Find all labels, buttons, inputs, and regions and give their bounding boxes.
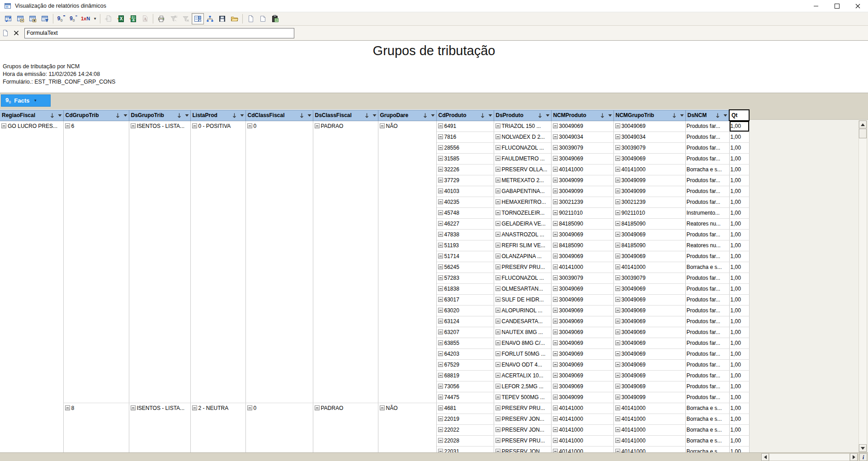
collapse-icon[interactable] bbox=[438, 373, 443, 378]
row-field-cell-NCMProduto[interactable]: 40141000 bbox=[551, 165, 613, 175]
row-field-cell-CdProduto[interactable]: 64203 bbox=[436, 349, 494, 360]
row-field-cell-NCMProduto[interactable]: 30049069 bbox=[551, 306, 613, 316]
value-cell-Qt[interactable]: 1,00 bbox=[729, 219, 749, 230]
collapse-icon[interactable] bbox=[495, 351, 500, 356]
column-field-header-DsProduto[interactable]: DsProduto bbox=[494, 110, 551, 121]
sort-descending-icon[interactable] bbox=[299, 113, 304, 118]
row-field-cell-DsProduto[interactable]: PRESERV JON... bbox=[494, 425, 551, 436]
row-field-cell-CdProduto[interactable]: 22031 bbox=[436, 447, 494, 453]
row-field-cell-NCMProduto[interactable]: 40141000 bbox=[551, 425, 613, 436]
row-field-cell-CdProduto[interactable]: 67529 bbox=[436, 360, 494, 371]
row-field-cell-DsProduto[interactable]: CANDESARTA... bbox=[494, 316, 551, 327]
collapse-icon[interactable] bbox=[438, 199, 443, 204]
collapse-icon[interactable] bbox=[438, 264, 443, 269]
collapse-icon[interactable] bbox=[380, 123, 385, 128]
row-field-cell-NCMProduto[interactable]: 40141000 bbox=[551, 436, 613, 447]
value-cell-Qt[interactable]: 1,00 bbox=[729, 230, 749, 240]
sort-descending-icon[interactable] bbox=[480, 113, 485, 118]
collapse-icon[interactable] bbox=[615, 275, 620, 280]
row-field-cell-DsNCM[interactable]: Produtos far... bbox=[685, 306, 729, 316]
collapse-icon[interactable] bbox=[495, 308, 500, 313]
row-field-cell-DsProduto[interactable]: FORLUT 50MG ... bbox=[494, 349, 551, 360]
page-copy-2-button[interactable] bbox=[257, 13, 269, 24]
collapse-icon[interactable] bbox=[438, 167, 443, 172]
collapse-icon[interactable] bbox=[495, 438, 500, 443]
collapse-icon[interactable] bbox=[553, 362, 558, 367]
row-field-cell-DsProduto[interactable]: OLMESARTAN... bbox=[494, 284, 551, 295]
collapse-icon[interactable] bbox=[615, 373, 620, 378]
row-field-cell-NCMProduto[interactable]: 30049069 bbox=[551, 251, 613, 262]
collapse-icon[interactable] bbox=[131, 123, 136, 128]
row-field-cell-DsProduto[interactable]: TORNOZELEIR... bbox=[494, 208, 551, 219]
value-cell-Qt[interactable]: 1,00 bbox=[729, 371, 749, 381]
collapse-icon[interactable] bbox=[615, 254, 620, 259]
collapse-icon[interactable] bbox=[438, 405, 443, 410]
collapse-icon[interactable] bbox=[438, 210, 443, 215]
collapse-icon[interactable] bbox=[615, 188, 620, 193]
collapse-icon[interactable] bbox=[438, 178, 443, 183]
value-cell-Qt[interactable]: 1,00 bbox=[729, 154, 749, 165]
row-field-cell-DsProduto[interactable]: TEPEV 500MG ... bbox=[494, 392, 551, 403]
row-field-cell-DsGrupoTrib[interactable]: ISENTOS - LISTA... bbox=[129, 403, 190, 453]
column-field-header-CdProduto[interactable]: CdProduto bbox=[436, 110, 494, 121]
collapse-icon[interactable] bbox=[1, 123, 6, 128]
row-field-cell-DsNCM[interactable]: Produtos far... bbox=[685, 154, 729, 165]
collapse-icon[interactable] bbox=[438, 134, 443, 139]
row-field-cell-NCMProduto[interactable]: 30039079 bbox=[551, 273, 613, 284]
row-field-cell-DsNCM[interactable]: Reatores nu... bbox=[685, 240, 729, 251]
row-field-cell-DsProduto[interactable]: SULF DE HIDR... bbox=[494, 295, 551, 306]
row-field-cell-CdProduto[interactable]: 74475 bbox=[436, 392, 494, 403]
horizontal-scroll-track[interactable] bbox=[769, 453, 850, 461]
collapse-icon[interactable] bbox=[553, 340, 558, 345]
collapse-icon[interactable] bbox=[438, 286, 443, 291]
collapse-icon[interactable] bbox=[495, 329, 500, 334]
collapse-icon[interactable] bbox=[192, 405, 197, 410]
row-field-cell-DsProduto[interactable]: FLUCONAZOL ... bbox=[494, 143, 551, 154]
row-field-cell-CdProduto[interactable]: 37729 bbox=[436, 175, 494, 186]
collapse-icon[interactable] bbox=[495, 188, 500, 193]
collapse-icon[interactable] bbox=[553, 308, 558, 313]
collapse-icon[interactable] bbox=[438, 438, 443, 443]
row-field-cell-DsNCM[interactable]: Borracha e s... bbox=[685, 262, 729, 273]
collapse-icon[interactable] bbox=[438, 395, 443, 400]
collapse-icon[interactable] bbox=[495, 145, 500, 150]
row-field-cell-CdProduto[interactable]: 22028 bbox=[436, 436, 494, 447]
row-field-cell-NCMProduto[interactable]: 30049069 bbox=[551, 381, 613, 392]
collapse-icon[interactable] bbox=[495, 427, 500, 432]
value-cell-Qt[interactable]: 1,00 bbox=[729, 132, 749, 143]
scroll-right-button[interactable] bbox=[850, 453, 858, 461]
collapse-icon[interactable] bbox=[495, 199, 500, 204]
collapse-icon[interactable] bbox=[553, 254, 558, 259]
row-field-cell-CdProduto[interactable]: 73056 bbox=[436, 381, 494, 392]
filter-dropdown-icon[interactable] bbox=[307, 114, 311, 117]
row-field-cell-DsNCM[interactable]: Produtos far... bbox=[685, 230, 729, 240]
row-field-cell-CdProduto[interactable]: 22022 bbox=[436, 425, 494, 436]
row-field-cell-NCMGrupoTrib[interactable]: 30049069 bbox=[613, 381, 685, 392]
collapse-icon[interactable] bbox=[438, 232, 443, 237]
row-field-cell-DsNCM[interactable]: Borracha e s... bbox=[685, 403, 729, 414]
row-field-cell-NCMProduto[interactable]: 30049069 bbox=[551, 316, 613, 327]
row-field-cell-NCMProduto[interactable]: 84185090 bbox=[551, 240, 613, 251]
row-field-cell-CdProduto[interactable]: 56245 bbox=[436, 262, 494, 273]
collapse-icon[interactable] bbox=[553, 243, 558, 248]
collapse-icon[interactable] bbox=[615, 308, 620, 313]
collapse-icon[interactable] bbox=[247, 405, 252, 410]
row-field-cell-CdProduto[interactable]: 45748 bbox=[436, 208, 494, 219]
collapse-icon[interactable] bbox=[615, 167, 620, 172]
value-cell-Qt[interactable]: 1,00 bbox=[729, 295, 749, 306]
sort-descending-icon[interactable] bbox=[364, 113, 369, 118]
row-field-cell-DsProduto[interactable]: PRESERV JON... bbox=[494, 414, 551, 425]
collapse-icon[interactable] bbox=[615, 351, 620, 356]
collapse-icon[interactable] bbox=[495, 123, 500, 128]
collapse-icon[interactable] bbox=[615, 438, 620, 443]
value-cell-Qt[interactable]: 1,00 bbox=[729, 316, 749, 327]
row-field-cell-NCMGrupoTrib[interactable]: 30049069 bbox=[613, 295, 685, 306]
row-field-cell-DsNCM[interactable]: Reatores nu... bbox=[685, 219, 729, 230]
filter-dropdown-icon[interactable] bbox=[680, 114, 684, 117]
collapse-icon[interactable] bbox=[495, 210, 500, 215]
row-field-cell-NCMProduto[interactable]: 40141000 bbox=[551, 262, 613, 273]
collapse-icon[interactable] bbox=[553, 123, 558, 128]
collapse-icon[interactable] bbox=[553, 275, 558, 280]
collapse-icon[interactable] bbox=[615, 243, 620, 248]
collapse-icon[interactable] bbox=[495, 254, 500, 259]
